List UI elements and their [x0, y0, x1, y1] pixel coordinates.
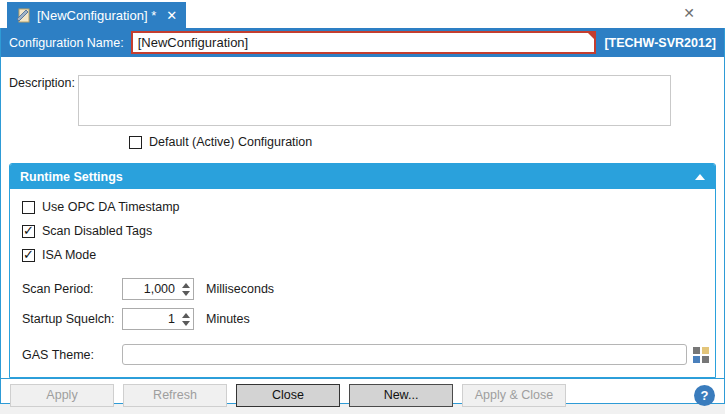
description-row: Description: — [1, 75, 724, 126]
description-textarea[interactable] — [78, 75, 671, 126]
runtime-settings-body: Use OPC DA Timestamp Scan Disabled Tags … — [10, 189, 715, 377]
scan-period-spinner — [122, 278, 194, 300]
gas-theme-label: GAS Theme: — [22, 348, 122, 362]
description-label: Description: — [9, 75, 78, 126]
theme-picker-icon[interactable] — [693, 347, 709, 363]
scan-period-label: Scan Period: — [22, 282, 122, 296]
configuration-name-label: Configuration Name: — [9, 36, 124, 50]
startup-squelch-label: Startup Squelch: — [22, 312, 122, 326]
isa-mode-checkbox[interactable] — [22, 249, 35, 262]
tab-new-configuration[interactable]: [NewConfiguration] * ✕ — [7, 2, 186, 28]
spin-down-icon[interactable] — [182, 321, 190, 326]
runtime-settings-header[interactable]: Runtime Settings — [10, 164, 715, 189]
spin-up-icon[interactable] — [182, 283, 190, 288]
scan-period-row: Scan Period: Milliseconds — [22, 278, 709, 300]
refresh-button[interactable]: Refresh — [123, 384, 227, 407]
close-button[interactable]: Close — [236, 384, 340, 407]
scan-period-input[interactable] — [123, 279, 178, 299]
startup-squelch-row: Startup Squelch: Minutes — [22, 308, 709, 330]
gas-theme-row: GAS Theme: — [22, 344, 709, 365]
scan-disabled-tags-label: Scan Disabled Tags — [42, 224, 152, 238]
new-button[interactable]: New... — [349, 384, 453, 407]
runtime-settings-title: Runtime Settings — [20, 170, 695, 184]
validation-error-corner-icon — [588, 33, 594, 39]
configuration-name-input-wrap — [131, 31, 597, 54]
scan-period-unit-label: Milliseconds — [206, 282, 274, 296]
tabstrip-close-icon[interactable]: ✕ — [683, 6, 695, 20]
default-configuration-row: Default (Active) Configuration — [129, 135, 724, 149]
configuration-name-bar: Configuration Name: [TECHW-SVR2012] — [1, 28, 724, 57]
startup-squelch-input[interactable] — [123, 309, 178, 329]
startup-squelch-spin-buttons — [178, 309, 193, 329]
help-button[interactable]: ? — [694, 385, 715, 406]
scan-disabled-tags-checkbox[interactable] — [22, 225, 35, 238]
runtime-settings-panel: Runtime Settings Use OPC DA Timestamp Sc… — [9, 163, 716, 378]
isa-mode-row: ISA Mode — [22, 248, 709, 262]
apply-button[interactable]: Apply — [10, 384, 114, 407]
configuration-name-input[interactable] — [131, 31, 597, 54]
tab-strip: [NewConfiguration] * ✕ ✕ — [0, 0, 725, 28]
configuration-content: Description: Default (Active) Configurat… — [1, 57, 724, 378]
apply-and-close-button[interactable]: Apply & Close — [462, 384, 566, 407]
use-opc-da-timestamp-label: Use OPC DA Timestamp — [42, 200, 180, 214]
server-name-label: [TECHW-SVR2012] — [604, 36, 716, 50]
startup-squelch-spinner — [122, 308, 194, 330]
spin-up-icon[interactable] — [182, 313, 190, 318]
use-opc-da-timestamp-checkbox[interactable] — [22, 201, 35, 214]
configuration-editor-window: Configuration Name: [TECHW-SVR2012] Desc… — [0, 28, 725, 404]
default-configuration-label: Default (Active) Configuration — [149, 135, 312, 149]
startup-squelch-unit-label: Minutes — [206, 312, 250, 326]
configuration-icon — [16, 8, 31, 23]
collapse-up-icon[interactable] — [695, 174, 705, 180]
tab-close-icon[interactable]: ✕ — [166, 9, 177, 22]
tab-title: [NewConfiguration] * — [37, 8, 156, 23]
scan-disabled-tags-row: Scan Disabled Tags — [22, 224, 709, 238]
scan-period-spin-buttons — [178, 279, 193, 299]
default-configuration-checkbox[interactable] — [129, 136, 142, 149]
spin-down-icon[interactable] — [182, 291, 190, 296]
opc-da-timestamp-row: Use OPC DA Timestamp — [22, 200, 709, 214]
isa-mode-label: ISA Mode — [42, 248, 96, 262]
gas-theme-input[interactable] — [122, 344, 687, 365]
button-bar: Apply Refresh Close New... Apply & Close… — [1, 378, 724, 411]
